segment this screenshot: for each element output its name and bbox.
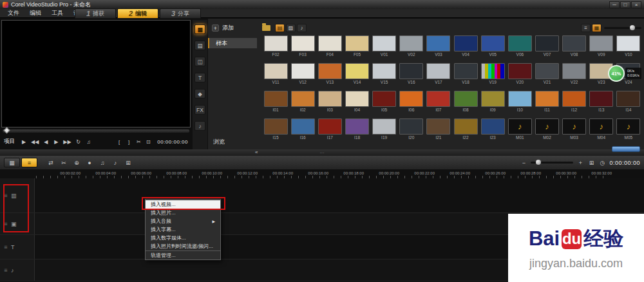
timeline-tool-icon[interactable]: ♪ xyxy=(111,160,119,166)
library-item[interactable]: V07 xyxy=(533,35,560,63)
library-item-thumbnail[interactable] xyxy=(616,91,640,107)
transport-button[interactable]: ▶ xyxy=(53,139,59,145)
library-item[interactable]: V22 xyxy=(561,63,588,91)
library-item-thumbnail[interactable] xyxy=(454,63,478,79)
scroll-left-icon[interactable]: « xyxy=(255,149,258,155)
add-folder-button[interactable]: + 添加 xyxy=(212,24,234,32)
library-item[interactable]: I08 xyxy=(452,91,479,118)
library-item[interactable]: F02 xyxy=(262,35,289,63)
library-item[interactable]: M05 xyxy=(615,118,642,146)
library-item-thumbnail[interactable] xyxy=(616,118,640,135)
track-type-icon[interactable]: ▣ xyxy=(11,221,17,227)
timeline-tool-icon[interactable]: ♫ xyxy=(99,160,106,166)
project-mode-label[interactable]: 项目 xyxy=(4,138,15,146)
library-item[interactable]: I20 xyxy=(398,118,425,146)
library-item[interactable]: I05 xyxy=(371,91,398,118)
library-item[interactable]: M04 xyxy=(588,118,615,146)
context-menu-item[interactable]: 插入照片到时间流逝/频闪... ▶ xyxy=(146,242,220,250)
track-grip-icon[interactable]: ≣ xyxy=(4,193,8,198)
library-item[interactable]: V17 xyxy=(425,63,452,91)
library-item[interactable]: V11 xyxy=(262,63,289,91)
track-type-icon[interactable]: ♪ xyxy=(11,267,14,274)
library-item[interactable]: I12 xyxy=(561,91,588,118)
library-item-thumbnail[interactable] xyxy=(481,35,505,52)
library-item[interactable]: I17 xyxy=(316,118,343,146)
library-item-thumbnail[interactable] xyxy=(318,35,342,52)
browse-button[interactable]: 浏览 xyxy=(213,138,225,146)
transport-button[interactable]: ◀ xyxy=(43,139,49,145)
utility-button[interactable]: [ xyxy=(116,139,122,145)
track-header[interactable]: ≣ ♪ xyxy=(0,259,35,281)
panel-splitter[interactable]: « ··· xyxy=(0,149,644,156)
context-menu-item[interactable]: 插入音频 ▶ xyxy=(146,217,220,225)
library-item-thumbnail[interactable] xyxy=(264,118,288,135)
library-item[interactable]: V16 xyxy=(398,63,425,91)
media-filter-button[interactable]: ▤ xyxy=(275,24,285,32)
library-item[interactable]: M01 xyxy=(506,118,533,146)
track-type-icon[interactable]: T xyxy=(11,244,15,250)
fit-project-icon[interactable]: ⊞ xyxy=(587,160,595,166)
menu-item[interactable]: 文件 xyxy=(3,9,24,17)
library-item[interactable]: V14 xyxy=(343,63,370,91)
context-menu-item[interactable]: 插入字幕... ▶ xyxy=(146,225,220,234)
timeline-view-button[interactable]: ▦ xyxy=(4,158,20,167)
library-category-icon[interactable]: ◫ xyxy=(194,57,205,66)
library-item[interactable]: I19 xyxy=(371,118,398,146)
speed-ball-widget[interactable]: 41% 0K/s 0.01K/s xyxy=(608,65,641,82)
library-item-thumbnail[interactable] xyxy=(372,35,396,52)
timeline-tool-icon[interactable]: ● xyxy=(86,160,93,166)
library-item-thumbnail[interactable] xyxy=(562,35,586,52)
library-item-thumbnail[interactable] xyxy=(426,63,450,79)
library-item-thumbnail[interactable] xyxy=(508,35,532,52)
library-item-thumbnail[interactable] xyxy=(318,91,342,107)
library-item[interactable]: V13 xyxy=(316,63,343,91)
track-grip-icon[interactable]: ≣ xyxy=(4,245,8,250)
library-item-thumbnail[interactable] xyxy=(508,118,532,135)
view-mode-button[interactable]: ≡ xyxy=(581,24,591,32)
transport-button[interactable]: ♫ xyxy=(86,139,92,145)
library-item[interactable]: V21 xyxy=(533,63,560,91)
library-item-thumbnail[interactable] xyxy=(535,35,559,52)
library-item-thumbnail[interactable] xyxy=(508,63,532,79)
library-item-thumbnail[interactable] xyxy=(426,118,450,135)
timeline-zoom-slider[interactable] xyxy=(531,162,573,164)
library-item[interactable]: V08 xyxy=(561,35,588,63)
library-item[interactable]: I23 xyxy=(479,118,506,146)
library-item-thumbnail[interactable] xyxy=(399,63,423,79)
library-item-thumbnail[interactable] xyxy=(426,91,450,107)
transport-button[interactable]: ◀◀ xyxy=(31,139,39,145)
utility-button[interactable]: ] xyxy=(126,139,132,145)
library-item-thumbnail[interactable] xyxy=(589,91,613,107)
library-item-thumbnail[interactable] xyxy=(562,91,586,107)
view-mode-button[interactable]: ▦ xyxy=(592,24,601,32)
library-folder-sample[interactable]: 样本 xyxy=(208,38,257,48)
library-category-icon[interactable]: ◆ xyxy=(194,89,205,99)
library-item-thumbnail[interactable] xyxy=(535,63,559,79)
menu-item[interactable]: 编辑 xyxy=(24,9,46,17)
window-control-button[interactable]: □ xyxy=(620,1,630,8)
zoom-in-icon[interactable]: + xyxy=(576,160,584,166)
window-control-button[interactable]: ─ xyxy=(609,1,620,8)
track-header[interactable]: ≣ ▣ xyxy=(0,213,35,234)
library-item[interactable]: I22 xyxy=(452,118,479,146)
track-grip-icon[interactable]: ≣ xyxy=(4,268,8,273)
library-item[interactable]: V09 xyxy=(588,35,615,63)
context-menu-item[interactable]: 轨道管理... ▶ xyxy=(146,250,220,259)
timeline-tool-icon[interactable]: ✂ xyxy=(60,160,68,166)
library-item-thumbnail[interactable] xyxy=(372,118,396,135)
library-item[interactable]: I18 xyxy=(343,118,370,146)
library-item-thumbnail[interactable] xyxy=(291,118,315,135)
library-item[interactable]: V15 xyxy=(371,63,398,91)
library-item-thumbnail[interactable] xyxy=(426,35,450,52)
library-item[interactable]: I16 xyxy=(289,118,316,146)
library-item-thumbnail[interactable] xyxy=(264,91,288,107)
utility-button[interactable]: ⊡ xyxy=(145,139,151,145)
track-header[interactable]: ≣ T xyxy=(0,235,35,259)
library-item[interactable]: V04 xyxy=(452,35,479,63)
library-category-icon[interactable]: FX xyxy=(194,105,205,115)
folder-icon[interactable] xyxy=(262,25,270,31)
library-item-thumbnail[interactable] xyxy=(345,35,369,52)
utility-button[interactable]: ✂ xyxy=(135,139,142,145)
library-item[interactable]: I06 xyxy=(398,91,425,118)
library-item-thumbnail[interactable] xyxy=(454,118,478,135)
